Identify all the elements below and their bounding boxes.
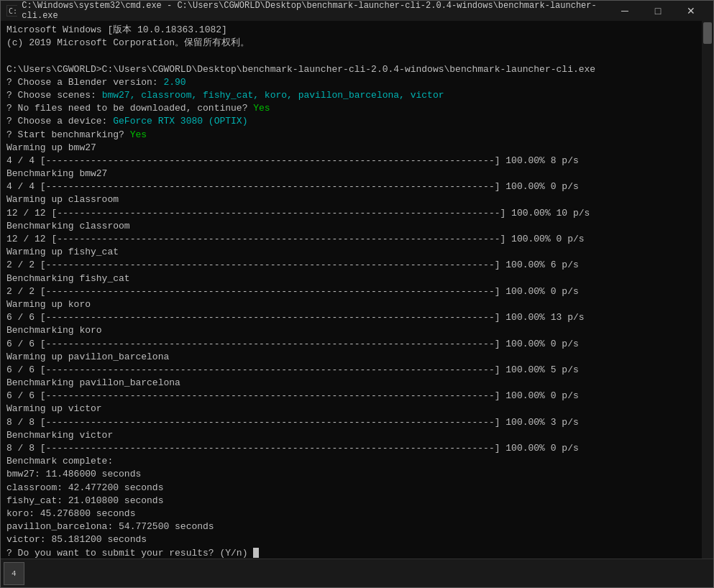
terminal-output: Microsoft Windows [版本 10.0.18363.1082] (…: [6, 24, 696, 559]
taskbar: 4: [1, 559, 713, 587]
line-1: Microsoft Windows [版本 10.0.18363.1082] (…: [6, 24, 595, 559]
scrollbar-thumb[interactable]: [703, 22, 712, 44]
restore-button[interactable]: □: [641, 1, 674, 21]
title-bar: C: C:\Windows\system32\cmd.exe - C:\User…: [1, 1, 713, 21]
window-controls: ─ □ ✕: [608, 1, 708, 21]
terminal-area: Microsoft Windows [版本 10.0.18363.1082] (…: [1, 21, 713, 559]
cursor: [253, 548, 259, 558]
scrollbar[interactable]: [702, 21, 713, 559]
cmd-icon: C:: [6, 5, 17, 17]
window-title: C:\Windows\system32\cmd.exe - C:\Users\C…: [22, 1, 608, 21]
title-bar-left: C: C:\Windows\system32\cmd.exe - C:\User…: [6, 1, 608, 21]
minimize-button[interactable]: ─: [608, 1, 641, 21]
taskbar-item[interactable]: 4: [4, 562, 24, 585]
terminal-body[interactable]: Microsoft Windows [版本 10.0.18363.1082] (…: [1, 21, 702, 559]
close-button[interactable]: ✕: [674, 1, 708, 21]
cmd-window: C: C:\Windows\system32\cmd.exe - C:\User…: [0, 0, 714, 588]
svg-text:C:: C:: [9, 7, 17, 15]
